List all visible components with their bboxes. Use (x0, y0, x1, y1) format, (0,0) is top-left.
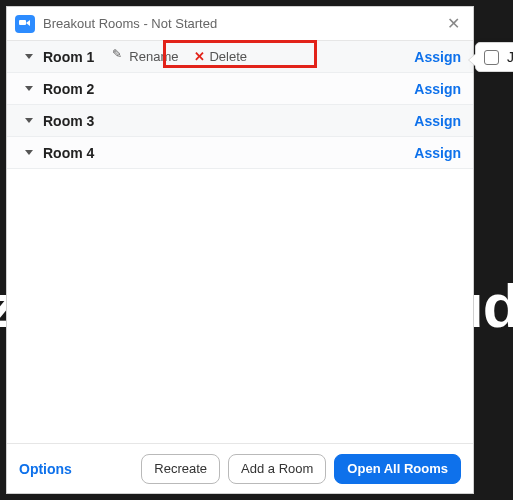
add-room-button[interactable]: Add a Room (228, 454, 326, 484)
assign-link[interactable]: Assign (414, 113, 461, 129)
room-row[interactable]: Room 3 Assign (7, 105, 473, 137)
dialog-body (7, 169, 473, 443)
room-row[interactable]: Room 1 Rename ✕ Delete Assign (7, 41, 473, 73)
participant-name: Judy (507, 49, 513, 65)
room-row[interactable]: Room 4 Assign (7, 137, 473, 169)
delete-x-icon: ✕ (194, 49, 205, 64)
zoom-icon (15, 15, 35, 33)
delete-label: Delete (209, 49, 247, 64)
assign-link[interactable]: Assign (414, 145, 461, 161)
assign-link[interactable]: Assign (414, 49, 461, 65)
titlebar: Breakout Rooms - Not Started ✕ (7, 7, 473, 41)
caret-down-icon (25, 86, 33, 91)
caret-down-icon (25, 54, 33, 59)
room-name: Room 3 (43, 113, 94, 129)
assign-popover: Judy (475, 42, 513, 72)
rename-label: Rename (129, 49, 178, 64)
room-row[interactable]: Room 2 Assign (7, 73, 473, 105)
pencil-icon (114, 51, 125, 62)
open-all-rooms-button[interactable]: Open All Rooms (334, 454, 461, 484)
options-link[interactable]: Options (19, 461, 133, 477)
caret-down-icon (25, 150, 33, 155)
assign-link[interactable]: Assign (414, 81, 461, 97)
rooms-list: Room 1 Rename ✕ Delete Assign Room 2 Ass… (7, 41, 473, 169)
rename-button[interactable]: Rename (114, 49, 178, 64)
room-name: Room 4 (43, 145, 94, 161)
window-title: Breakout Rooms - Not Started (43, 16, 441, 31)
recreate-button[interactable]: Recreate (141, 454, 220, 484)
room-actions: Rename ✕ Delete (114, 49, 247, 64)
dialog-footer: Options Recreate Add a Room Open All Roo… (7, 443, 473, 493)
caret-down-icon (25, 118, 33, 123)
close-icon[interactable]: ✕ (441, 12, 465, 36)
participant-checkbox[interactable] (484, 50, 499, 65)
room-name: Room 1 (43, 49, 94, 65)
room-name: Room 2 (43, 81, 94, 97)
breakout-rooms-dialog: Breakout Rooms - Not Started ✕ Room 1 Re… (6, 6, 474, 494)
delete-button[interactable]: ✕ Delete (194, 49, 247, 64)
